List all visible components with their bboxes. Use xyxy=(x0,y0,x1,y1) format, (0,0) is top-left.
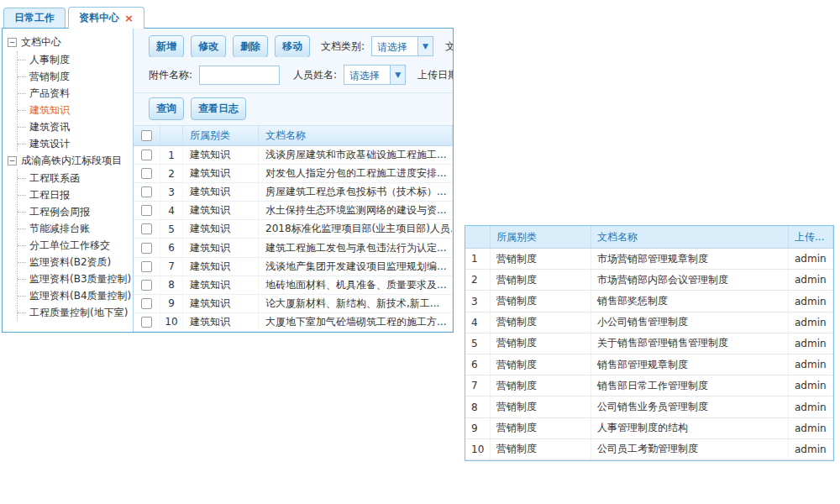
tree-item[interactable]: 工程联系函 xyxy=(18,170,133,186)
tree-item-label: 节能减排台账 xyxy=(29,223,90,234)
table-row[interactable]: 2 营销制度 市场营销部内部会议管理制度 admin xyxy=(465,270,833,291)
row-number: 10 xyxy=(465,439,491,459)
row-document-name: 公司销售业务员管理制度 xyxy=(591,396,789,417)
tab-daily-work[interactable]: 日常工作 xyxy=(3,8,66,28)
attachment-name-label: 附件名称: xyxy=(149,68,192,82)
row-document-name: 小公司销售管理制度 xyxy=(591,312,789,333)
row-uploader: admin xyxy=(789,375,833,396)
tree-item[interactable]: 建筑资讯 xyxy=(18,118,133,135)
tab-daily-work-label: 日常工作 xyxy=(14,11,55,25)
table-row[interactable]: 9 营销制度 人事管理制度的结构 admin xyxy=(465,418,833,439)
row-checkbox-cell xyxy=(134,258,160,276)
tree-item[interactable]: 工程日报 xyxy=(18,186,133,203)
row-document-name: 市场营销部管理规章制度 xyxy=(591,249,789,269)
chevron-down-icon[interactable]: ▼ xyxy=(417,37,433,55)
row-document-name: 建筑工程施工发包与承包违法行为认定... xyxy=(259,239,453,256)
person-name-value: 请选择 xyxy=(344,66,390,84)
row-checkbox[interactable] xyxy=(141,298,152,309)
collapse-icon[interactable]: − xyxy=(8,38,17,47)
tree-item[interactable]: 营销制度 xyxy=(18,68,133,85)
tree-item-label: 建筑知识 xyxy=(29,104,70,116)
tree-item[interactable]: 工程质量控制(地下室) xyxy=(18,304,133,321)
table-row[interactable]: 7 建筑知识 浅谈地产集团开发建设项目监理规划编... xyxy=(134,258,453,276)
row-number: 4 xyxy=(465,312,491,333)
row-checkbox[interactable] xyxy=(141,280,152,291)
tree-item[interactable]: 分工单位工作移交 xyxy=(18,237,133,254)
person-name-select[interactable]: 请选择 ▼ xyxy=(344,65,406,85)
table-row[interactable]: 2 建筑知识 对发包人指定分包的工程施工进度安排... xyxy=(134,165,453,183)
collapse-icon[interactable]: − xyxy=(8,156,17,165)
table-row[interactable]: 10 营销制度 公司员工考勤管理制度 admin xyxy=(465,439,833,460)
header-category-cell: 所属别类 xyxy=(183,126,259,145)
table-row[interactable]: 5 营销制度 关于销售部管理销售管理制度 admin xyxy=(465,333,833,354)
row-number: 1 xyxy=(160,146,183,164)
table-row[interactable]: 8 营销制度 公司销售业务员管理制度 admin xyxy=(465,396,833,417)
tree-node-project[interactable]: − 成渝高铁内江标段项目 xyxy=(8,152,133,170)
documents-table: 所属别类 文档名称 1 建筑知识 浅谈房屋建筑和市政 xyxy=(134,125,453,332)
row-checkbox[interactable] xyxy=(141,150,152,160)
table-row[interactable]: 1 营销制度 市场营销部管理规章制度 admin xyxy=(465,249,833,270)
row-category: 建筑知识 xyxy=(183,313,259,331)
row-document-name: 对发包人指定分包的工程施工进度安排... xyxy=(259,165,453,182)
table-row[interactable]: 4 营销制度 小公司销售管理制度 admin xyxy=(465,312,833,333)
view-log-button[interactable]: 查看日志 xyxy=(191,97,246,120)
doc-category-select[interactable]: 请选择 ▼ xyxy=(371,36,433,56)
tree-item[interactable]: 监理资料(B3质量控制) xyxy=(18,270,133,287)
row-document-name: 2018标准化监理项目部(业主项目部)人员... xyxy=(259,220,453,238)
toolbar-button[interactable]: 修改 xyxy=(191,35,226,57)
toolbar-button[interactable]: 删除 xyxy=(233,35,268,57)
tree-item[interactable]: 建筑设计 xyxy=(18,135,133,152)
row-category: 营销制度 xyxy=(491,354,591,375)
row-uploader: admin xyxy=(789,333,833,354)
table-row[interactable]: 5 建筑知识 2018标准化监理项目部(业主项目部)人员... xyxy=(134,220,453,239)
table-row[interactable]: 3 营销制度 销售部奖惩制度 admin xyxy=(465,291,833,312)
row-checkbox[interactable] xyxy=(141,243,152,254)
query-button[interactable]: 查询 xyxy=(149,97,184,120)
doc-name-label: 文档名称: xyxy=(445,39,453,54)
tree-node-document-center[interactable]: − 文档中心 xyxy=(8,34,133,51)
row-checkbox[interactable] xyxy=(141,223,152,234)
row-checkbox-cell xyxy=(134,165,160,182)
table-row[interactable]: 1 建筑知识 浅谈房屋建筑和市政基础设施工程施工... xyxy=(134,146,453,165)
table-row[interactable]: 8 建筑知识 地砖地面材料、机具准备、质量要求及... xyxy=(134,276,453,295)
tree-item-label: 产品资料 xyxy=(29,87,70,99)
tab-data-center[interactable]: 资料中心 × xyxy=(68,7,144,29)
row-category: 建筑知识 xyxy=(183,146,259,164)
table-row[interactable]: 3 建筑知识 房屋建筑工程总承包投标书（技术标）... xyxy=(134,183,453,202)
select-all-checkbox[interactable] xyxy=(141,130,152,141)
row-uploader: admin xyxy=(789,396,833,417)
row-checkbox[interactable] xyxy=(141,205,152,216)
tree-item[interactable]: 监理资料(B4质量控制) xyxy=(18,287,133,304)
tree-item[interactable]: 监理资料(B2资质) xyxy=(18,254,133,270)
table-row[interactable]: 6 建筑知识 建筑工程施工发包与承包违法行为认定... xyxy=(134,239,453,257)
tab-close-icon[interactable]: × xyxy=(124,13,134,24)
row-checkbox-cell xyxy=(134,220,160,238)
row-document-name: 销售部日常工作管理制度 xyxy=(591,375,789,396)
tree-item-label: 监理资料(B2资质) xyxy=(29,256,111,268)
attachment-name-input[interactable] xyxy=(199,66,280,85)
row-uploader: admin xyxy=(789,291,833,311)
table-row[interactable]: 10 建筑知识 大厦地下室加气砼墙砌筑工程的施工方... xyxy=(134,313,453,332)
row-checkbox-cell xyxy=(134,313,160,331)
row-category: 营销制度 xyxy=(491,396,591,417)
row-checkbox[interactable] xyxy=(141,261,152,272)
row-category: 建筑知识 xyxy=(183,183,259,201)
tree-item[interactable]: 工程例会周报 xyxy=(18,203,133,220)
table-row[interactable]: 4 建筑知识 水土保持生态环境监测网络的建设与资... xyxy=(134,202,453,220)
table-row[interactable]: 9 建筑知识 论大厦新材料、新结构、新技术,新工... xyxy=(134,295,453,313)
row-checkbox[interactable] xyxy=(141,168,152,179)
table-row[interactable]: 6 营销制度 销售部管理规章制度 admin xyxy=(465,354,833,375)
table-row[interactable]: 7 营销制度 销售部日常工作管理制度 admin xyxy=(465,375,833,396)
row-category: 建筑知识 xyxy=(183,220,259,238)
tree-item[interactable]: 产品资料 xyxy=(18,85,133,102)
row-category: 营销制度 xyxy=(491,249,591,269)
chevron-down-icon[interactable]: ▼ xyxy=(390,66,405,84)
toolbar-button[interactable]: 新增 xyxy=(149,35,184,57)
tree-item[interactable]: 节能减排台账 xyxy=(18,220,133,237)
person-name-label: 人员姓名: xyxy=(293,68,337,82)
tree-item[interactable]: 人事制度 xyxy=(18,51,133,68)
toolbar-button[interactable]: 移动 xyxy=(275,35,310,57)
row-checkbox[interactable] xyxy=(141,317,152,328)
row-checkbox[interactable] xyxy=(141,186,152,197)
tree-item[interactable]: 建筑知识 xyxy=(18,102,133,118)
